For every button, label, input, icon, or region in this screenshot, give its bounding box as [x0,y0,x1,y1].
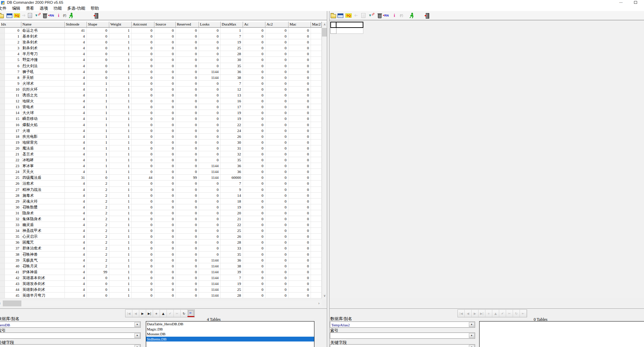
grid-cell[interactable]: 99 [87,269,109,275]
grid-cell[interactable]: 4 [65,263,87,269]
grid-cell[interactable]: 32 [221,151,243,157]
grid-cell[interactable]: 0 [87,28,109,33]
grid-cell[interactable]: 0 [154,140,176,145]
execute-icon[interactable] [68,12,74,19]
grid-cell[interactable]: 0 [176,204,199,210]
grid-cell[interactable]: 5 [0,57,21,62]
grid-cell[interactable]: 21 [221,216,243,222]
grid-cell[interactable]: 0 [154,216,176,222]
grid-cell[interactable]: 0 [243,257,265,263]
horizontal-scrollbar-thumb[interactable] [3,300,21,306]
grid-cell[interactable]: 30 [221,140,243,145]
grid-cell[interactable]: 1 [109,140,132,145]
grid-cell[interactable] [311,204,322,210]
grid-cell[interactable]: 0 [176,252,199,257]
grid-cell[interactable]: 0 [176,210,199,216]
grid-cell[interactable] [311,193,322,198]
grid-cell[interactable]: 19 [221,39,243,45]
tables-list-left[interactable]: DataTable_HeroDB.DBMagic.DBMonster.DBStd… [146,321,314,347]
grid-cell[interactable] [311,239,322,245]
grid-cell[interactable]: 0 [243,287,265,292]
grid-cell[interactable]: 60000 [221,175,243,180]
grid-cell[interactable]: 0 [243,157,265,163]
grid-cell[interactable]: 2 [87,198,109,204]
grid-cell[interactable]: 1144 [199,275,221,280]
insert-button[interactable]: + [153,310,160,317]
grid-cell[interactable]: 0 [132,239,154,245]
grid-cell[interactable]: 1 [109,163,132,169]
grid-cell[interactable]: 1 [109,128,132,133]
post-button[interactable]: ✔ [167,310,174,317]
grid-cell[interactable]: 0 [176,287,199,292]
grid-cell[interactable]: 4 [65,210,87,216]
grid-cell[interactable]: 1 [109,63,132,69]
grid-cell[interactable]: 0 [176,234,199,239]
grid-cell[interactable]: 0 [243,86,265,92]
grid-cell[interactable]: 0 [289,145,311,151]
grid-cell[interactable]: 28 [221,51,243,57]
chevron-down-icon[interactable] [469,333,474,338]
grid-cell[interactable]: 1 [109,204,132,210]
grid-cell[interactable]: 0 [154,28,176,33]
grid-cell[interactable]: 1 [109,293,132,298]
grid-cell[interactable]: 0 [132,228,154,233]
grid-cell[interactable]: 0 [154,134,176,139]
grid-cell[interactable]: 爆裂火焰 [21,122,65,127]
grid-cell[interactable]: 0 [154,157,176,163]
grid-cell[interactable]: 4 [65,252,87,257]
grid-cell[interactable]: 2 [87,239,109,245]
grid-cell[interactable]: 0 [265,69,289,74]
grid-cell[interactable]: 2 [87,234,109,239]
grid-cell[interactable]: 0 [176,181,199,186]
grid-cell[interactable]: 0 [87,293,109,298]
grid-cell[interactable]: 42 [0,275,21,280]
grid-cell[interactable]: 0 [289,252,311,257]
grid-cell[interactable]: 0 [132,210,154,216]
last-button[interactable]: ▶| [479,310,485,317]
grid-cell[interactable]: 0 [199,45,221,51]
grid-cell[interactable]: 28 [0,193,21,198]
grid-cell[interactable]: 0 [265,281,289,286]
grid-cell[interactable]: 7 [0,69,21,74]
grid-cell[interactable]: 0 [289,169,311,174]
grid-cell[interactable]: 0 [243,169,265,174]
grid-cell[interactable]: 36 [221,169,243,174]
grid-cell[interactable]: 1144 [199,263,221,269]
chevron-down-icon[interactable] [134,322,140,327]
table-row[interactable]: 11诱惑之光411000013000 [0,92,322,98]
grid-cell[interactable]: 1 [109,175,132,180]
grid-cell[interactable] [311,181,322,186]
grid-cell[interactable]: 0 [265,51,289,57]
grid-cell[interactable]: 1 [109,75,132,80]
grid-cell[interactable]: 2 [87,257,109,263]
grid-cell[interactable]: 0 [132,204,154,210]
grid-cell[interactable]: 35 [221,252,243,257]
column-header-ac[interactable]: Ac [243,22,265,28]
grid-cell[interactable] [311,157,322,163]
grid-cell[interactable]: 0 [243,204,265,210]
grid-cell[interactable]: 0 [87,275,109,280]
grid-cell[interactable]: 地狱火 [21,98,65,104]
grid-cell[interactable] [311,151,322,157]
grid-cell[interactable] [311,269,322,275]
grid-cell[interactable] [330,28,336,34]
scroll-up-icon[interactable] [322,22,327,28]
grid-cell[interactable]: 4 [65,92,87,98]
horizontal-scrollbar[interactable] [0,300,322,306]
grid-cell[interactable]: 0 [87,45,109,51]
grid-cell[interactable]: 灵魂火符 [21,198,65,204]
grid-cell[interactable]: 0 [176,33,199,39]
grid-cell[interactable] [311,293,322,298]
grid-cell[interactable] [311,86,322,92]
prior-button[interactable]: ◀ [465,310,472,317]
grid-cell[interactable]: 0 [289,128,311,133]
grid-cell[interactable]: 0 [289,45,311,51]
grid-cell[interactable]: 0 [87,175,109,180]
grid-cell[interactable]: 1 [87,86,109,92]
grid-cell[interactable]: 24 [221,128,243,133]
grid-cell[interactable]: 25 [221,45,243,51]
grid-cell[interactable]: 1 [109,263,132,269]
grid-cell[interactable]: 22 [221,222,243,227]
grid-cell[interactable]: 群体治愈术 [21,245,65,251]
grid-cell[interactable]: 1 [109,287,132,292]
